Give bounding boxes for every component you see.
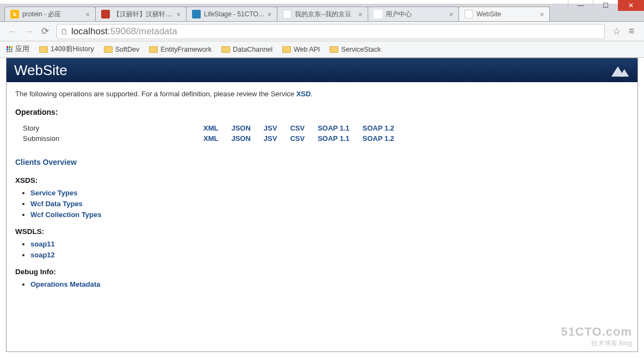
folder-icon	[39, 46, 48, 53]
bookmark-label: 1409前History	[51, 45, 94, 54]
list-link[interactable]: soap12	[30, 251, 55, 259]
folder-icon	[149, 46, 158, 53]
reload-button[interactable]: ⟳	[37, 23, 53, 40]
bookmark-star-icon[interactable]: ☆	[609, 26, 623, 37]
format-link[interactable]: JSON	[231, 134, 250, 143]
list-item: Operations Metadata	[30, 280, 629, 288]
intro-text: The following operations are supported. …	[15, 90, 629, 98]
format-link[interactable]: CSV	[290, 124, 305, 132]
format-link[interactable]: XML	[203, 134, 218, 143]
close-tab-icon[interactable]: ×	[358, 10, 362, 18]
format-link[interactable]: XML	[203, 124, 218, 132]
format-link[interactable]: SOAP 1.2	[362, 124, 394, 132]
favicon	[101, 10, 110, 18]
bookmark-label: ServiceStack	[341, 46, 381, 53]
format-link[interactable]: SOAP 1.1	[318, 124, 349, 132]
format-link[interactable]: CSV	[290, 134, 305, 143]
list-item: soap12	[30, 251, 629, 259]
bookmarks-bar: 应用 1409前HistorySoftDevEntityFrameworkDat…	[0, 41, 644, 58]
folder-icon	[330, 46, 338, 53]
bookmark-item[interactable]: ServiceStack	[330, 46, 381, 53]
xsds-list: Service TypesWcf Data TypesWcf Collectio…	[30, 189, 629, 219]
back-button[interactable]: ←	[4, 23, 21, 40]
close-tab-icon[interactable]: ×	[267, 10, 271, 18]
operation-name: Submission	[23, 133, 197, 144]
wsdls-heading: WSDLS:	[15, 227, 629, 236]
clients-overview-link[interactable]: Clients Overview	[15, 158, 629, 166]
list-link[interactable]: Operations Metadata	[30, 280, 101, 288]
servicestack-logo-icon	[611, 64, 630, 77]
close-tab-icon[interactable]: ×	[449, 10, 453, 18]
bookmark-item[interactable]: EntityFramework	[149, 46, 212, 53]
apps-shortcut[interactable]: 应用	[7, 45, 29, 54]
list-item: Service Types	[30, 189, 629, 197]
list-link[interactable]: soap11	[30, 240, 55, 248]
forward-button[interactable]: →	[21, 23, 37, 40]
debug-list: Operations Metadata	[30, 280, 629, 288]
tab-title: 【汉丽轩】汉丽轩宋家庄	[113, 10, 174, 19]
close-tab-icon[interactable]: ×	[176, 10, 181, 18]
page-content: WebSite The following operations are sup…	[6, 58, 638, 352]
operations-table: StoryXMLJSONJSVCSVSOAP 1.1SOAP 1.2Submis…	[23, 123, 401, 144]
window-titlebar	[0, 0, 644, 4]
folder-icon	[221, 46, 230, 53]
bookmark-label: EntityFramework	[160, 46, 212, 53]
menu-icon[interactable]: ≡	[623, 26, 640, 37]
browser-tab[interactable]: 【汉丽轩】汉丽轩宋家庄×	[95, 7, 187, 21]
xsds-heading: XSDS:	[15, 176, 629, 184]
tab-title: 用户中心	[386, 10, 447, 19]
favicon	[192, 10, 201, 18]
format-link[interactable]: JSON	[231, 124, 250, 132]
bookmark-label: Web API	[294, 46, 320, 53]
list-link[interactable]: Wcf Collection Types	[30, 211, 102, 219]
format-link[interactable]: SOAP 1.2	[362, 134, 394, 143]
toolbar: ← → ⟳ 🗋 localhost:59068/metadata ☆ ≡	[0, 22, 644, 41]
operations-heading: Operations:	[15, 108, 629, 116]
list-link[interactable]: Wcf Data Types	[30, 200, 83, 208]
browser-tab[interactable]: WebSite×	[459, 7, 550, 21]
bookmark-item[interactable]: SoftDev	[104, 46, 139, 53]
url-text: localhost:59068/metadata	[71, 26, 601, 37]
operation-name: Story	[23, 123, 197, 133]
watermark: 51CTO.com 技术博客 Blog	[561, 325, 632, 348]
minimize-button[interactable]: —	[568, 0, 593, 11]
xsd-link[interactable]: XSD	[296, 90, 311, 98]
tab-title: LifeStage - 51CTO技术	[204, 10, 265, 19]
browser-tab[interactable]: bprotein - 必应×	[4, 7, 96, 21]
tab-title: protein - 必应	[22, 10, 83, 19]
format-link[interactable]: JSV	[264, 134, 277, 143]
folder-icon	[282, 46, 291, 53]
list-item: Wcf Collection Types	[30, 211, 629, 219]
list-item: Wcf Data Types	[30, 200, 629, 208]
bookmark-item[interactable]: DataChannel	[221, 46, 273, 53]
close-button[interactable]: ✕	[618, 0, 644, 11]
apps-icon	[7, 46, 13, 52]
folder-icon	[104, 46, 113, 53]
favicon	[283, 10, 292, 18]
page-icon: 🗋	[60, 27, 68, 36]
maximize-button[interactable]: ☐	[593, 0, 618, 11]
page-title: WebSite	[14, 62, 67, 79]
browser-tab[interactable]: 我的京东--我的京豆×	[277, 7, 368, 21]
browser-tab[interactable]: 58用户中心×	[368, 7, 459, 21]
tab-title: WebSite	[476, 10, 537, 18]
format-link[interactable]: JSV	[264, 124, 277, 132]
bookmark-item[interactable]: 1409前History	[39, 45, 94, 54]
page-header: WebSite	[7, 58, 637, 82]
favicon: b	[10, 10, 19, 18]
favicon: 58	[374, 10, 382, 18]
list-link[interactable]: Service Types	[30, 189, 77, 197]
format-link[interactable]: SOAP 1.1	[318, 134, 349, 143]
address-bar[interactable]: 🗋 localhost:59068/metadata	[57, 24, 605, 39]
bookmark-label: SoftDev	[115, 46, 139, 53]
close-tab-icon[interactable]: ×	[85, 10, 90, 18]
close-tab-icon[interactable]: ×	[540, 10, 544, 18]
browser-tab[interactable]: LifeStage - 51CTO技术×	[186, 7, 277, 21]
debug-heading: Debug Info:	[15, 268, 629, 276]
list-item: soap11	[30, 240, 629, 248]
bookmark-label: DataChannel	[233, 46, 273, 53]
url-host: localhost	[71, 26, 108, 36]
bookmark-item[interactable]: Web API	[282, 46, 320, 53]
watermark-small: 技术博客 Blog	[561, 339, 632, 348]
table-row: StoryXMLJSONJSVCSVSOAP 1.1SOAP 1.2	[23, 123, 401, 133]
